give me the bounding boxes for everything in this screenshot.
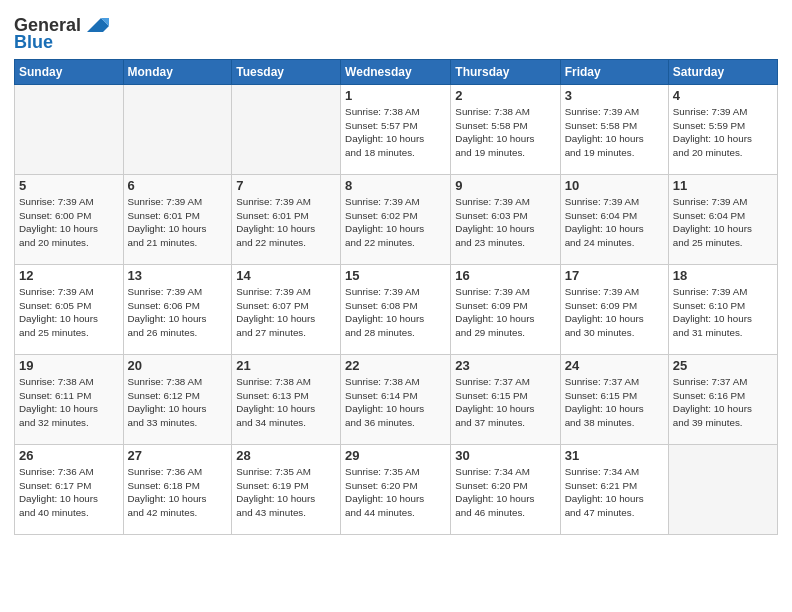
day-cell-9: 9Sunrise: 7:39 AM Sunset: 6:03 PM Daylig…: [451, 175, 560, 265]
week-row-3: 12Sunrise: 7:39 AM Sunset: 6:05 PM Dayli…: [15, 265, 778, 355]
day-cell-29: 29Sunrise: 7:35 AM Sunset: 6:20 PM Dayli…: [341, 445, 451, 535]
day-number: 26: [19, 448, 119, 463]
day-number: 17: [565, 268, 664, 283]
day-info: Sunrise: 7:37 AM Sunset: 6:15 PM Dayligh…: [455, 375, 555, 430]
day-number: 16: [455, 268, 555, 283]
day-cell-7: 7Sunrise: 7:39 AM Sunset: 6:01 PM Daylig…: [232, 175, 341, 265]
empty-cell: [15, 85, 124, 175]
day-info: Sunrise: 7:39 AM Sunset: 5:59 PM Dayligh…: [673, 105, 773, 160]
day-info: Sunrise: 7:39 AM Sunset: 6:02 PM Dayligh…: [345, 195, 446, 250]
day-header-wednesday: Wednesday: [341, 60, 451, 85]
day-info: Sunrise: 7:39 AM Sunset: 6:06 PM Dayligh…: [128, 285, 228, 340]
day-cell-13: 13Sunrise: 7:39 AM Sunset: 6:06 PM Dayli…: [123, 265, 232, 355]
day-cell-22: 22Sunrise: 7:38 AM Sunset: 6:14 PM Dayli…: [341, 355, 451, 445]
day-cell-21: 21Sunrise: 7:38 AM Sunset: 6:13 PM Dayli…: [232, 355, 341, 445]
day-cell-8: 8Sunrise: 7:39 AM Sunset: 6:02 PM Daylig…: [341, 175, 451, 265]
day-number: 24: [565, 358, 664, 373]
day-number: 6: [128, 178, 228, 193]
day-header-sunday: Sunday: [15, 60, 124, 85]
page-container: General Blue SundayMondayTuesdayWednesda…: [0, 0, 792, 545]
day-info: Sunrise: 7:39 AM Sunset: 6:03 PM Dayligh…: [455, 195, 555, 250]
day-cell-12: 12Sunrise: 7:39 AM Sunset: 6:05 PM Dayli…: [15, 265, 124, 355]
day-cell-31: 31Sunrise: 7:34 AM Sunset: 6:21 PM Dayli…: [560, 445, 668, 535]
day-cell-18: 18Sunrise: 7:39 AM Sunset: 6:10 PM Dayli…: [668, 265, 777, 355]
day-info: Sunrise: 7:39 AM Sunset: 6:10 PM Dayligh…: [673, 285, 773, 340]
empty-cell: [123, 85, 232, 175]
logo-icon: [81, 14, 111, 36]
day-cell-2: 2Sunrise: 7:38 AM Sunset: 5:58 PM Daylig…: [451, 85, 560, 175]
day-number: 18: [673, 268, 773, 283]
day-info: Sunrise: 7:36 AM Sunset: 6:17 PM Dayligh…: [19, 465, 119, 520]
day-info: Sunrise: 7:37 AM Sunset: 6:15 PM Dayligh…: [565, 375, 664, 430]
day-cell-23: 23Sunrise: 7:37 AM Sunset: 6:15 PM Dayli…: [451, 355, 560, 445]
day-number: 7: [236, 178, 336, 193]
day-number: 15: [345, 268, 446, 283]
day-info: Sunrise: 7:39 AM Sunset: 6:01 PM Dayligh…: [236, 195, 336, 250]
day-number: 19: [19, 358, 119, 373]
day-info: Sunrise: 7:38 AM Sunset: 6:14 PM Dayligh…: [345, 375, 446, 430]
day-header-saturday: Saturday: [668, 60, 777, 85]
day-cell-3: 3Sunrise: 7:39 AM Sunset: 5:58 PM Daylig…: [560, 85, 668, 175]
header: General Blue: [14, 10, 778, 53]
day-number: 29: [345, 448, 446, 463]
week-row-2: 5Sunrise: 7:39 AM Sunset: 6:00 PM Daylig…: [15, 175, 778, 265]
day-info: Sunrise: 7:36 AM Sunset: 6:18 PM Dayligh…: [128, 465, 228, 520]
day-cell-10: 10Sunrise: 7:39 AM Sunset: 6:04 PM Dayli…: [560, 175, 668, 265]
day-info: Sunrise: 7:38 AM Sunset: 5:58 PM Dayligh…: [455, 105, 555, 160]
day-info: Sunrise: 7:39 AM Sunset: 6:09 PM Dayligh…: [565, 285, 664, 340]
day-info: Sunrise: 7:39 AM Sunset: 6:01 PM Dayligh…: [128, 195, 228, 250]
day-info: Sunrise: 7:39 AM Sunset: 6:08 PM Dayligh…: [345, 285, 446, 340]
day-info: Sunrise: 7:39 AM Sunset: 6:05 PM Dayligh…: [19, 285, 119, 340]
day-info: Sunrise: 7:37 AM Sunset: 6:16 PM Dayligh…: [673, 375, 773, 430]
day-cell-20: 20Sunrise: 7:38 AM Sunset: 6:12 PM Dayli…: [123, 355, 232, 445]
day-info: Sunrise: 7:35 AM Sunset: 6:19 PM Dayligh…: [236, 465, 336, 520]
week-row-5: 26Sunrise: 7:36 AM Sunset: 6:17 PM Dayli…: [15, 445, 778, 535]
day-number: 11: [673, 178, 773, 193]
day-cell-6: 6Sunrise: 7:39 AM Sunset: 6:01 PM Daylig…: [123, 175, 232, 265]
day-cell-25: 25Sunrise: 7:37 AM Sunset: 6:16 PM Dayli…: [668, 355, 777, 445]
day-number: 9: [455, 178, 555, 193]
day-number: 8: [345, 178, 446, 193]
day-cell-27: 27Sunrise: 7:36 AM Sunset: 6:18 PM Dayli…: [123, 445, 232, 535]
day-number: 2: [455, 88, 555, 103]
day-number: 5: [19, 178, 119, 193]
day-info: Sunrise: 7:39 AM Sunset: 6:09 PM Dayligh…: [455, 285, 555, 340]
day-info: Sunrise: 7:39 AM Sunset: 6:04 PM Dayligh…: [673, 195, 773, 250]
day-number: 20: [128, 358, 228, 373]
day-cell-5: 5Sunrise: 7:39 AM Sunset: 6:00 PM Daylig…: [15, 175, 124, 265]
day-number: 3: [565, 88, 664, 103]
day-cell-28: 28Sunrise: 7:35 AM Sunset: 6:19 PM Dayli…: [232, 445, 341, 535]
week-row-4: 19Sunrise: 7:38 AM Sunset: 6:11 PM Dayli…: [15, 355, 778, 445]
day-cell-30: 30Sunrise: 7:34 AM Sunset: 6:20 PM Dayli…: [451, 445, 560, 535]
day-cell-16: 16Sunrise: 7:39 AM Sunset: 6:09 PM Dayli…: [451, 265, 560, 355]
day-header-tuesday: Tuesday: [232, 60, 341, 85]
day-info: Sunrise: 7:39 AM Sunset: 5:58 PM Dayligh…: [565, 105, 664, 160]
day-cell-17: 17Sunrise: 7:39 AM Sunset: 6:09 PM Dayli…: [560, 265, 668, 355]
day-cell-19: 19Sunrise: 7:38 AM Sunset: 6:11 PM Dayli…: [15, 355, 124, 445]
day-number: 23: [455, 358, 555, 373]
day-info: Sunrise: 7:34 AM Sunset: 6:20 PM Dayligh…: [455, 465, 555, 520]
day-info: Sunrise: 7:39 AM Sunset: 6:04 PM Dayligh…: [565, 195, 664, 250]
day-number: 28: [236, 448, 336, 463]
day-info: Sunrise: 7:35 AM Sunset: 6:20 PM Dayligh…: [345, 465, 446, 520]
day-header-friday: Friday: [560, 60, 668, 85]
day-cell-26: 26Sunrise: 7:36 AM Sunset: 6:17 PM Dayli…: [15, 445, 124, 535]
day-cell-4: 4Sunrise: 7:39 AM Sunset: 5:59 PM Daylig…: [668, 85, 777, 175]
day-cell-24: 24Sunrise: 7:37 AM Sunset: 6:15 PM Dayli…: [560, 355, 668, 445]
calendar-table: SundayMondayTuesdayWednesdayThursdayFrid…: [14, 59, 778, 535]
day-number: 10: [565, 178, 664, 193]
empty-cell: [232, 85, 341, 175]
day-number: 30: [455, 448, 555, 463]
day-number: 14: [236, 268, 336, 283]
day-header-thursday: Thursday: [451, 60, 560, 85]
day-number: 31: [565, 448, 664, 463]
day-cell-11: 11Sunrise: 7:39 AM Sunset: 6:04 PM Dayli…: [668, 175, 777, 265]
day-info: Sunrise: 7:34 AM Sunset: 6:21 PM Dayligh…: [565, 465, 664, 520]
day-number: 22: [345, 358, 446, 373]
day-info: Sunrise: 7:38 AM Sunset: 6:11 PM Dayligh…: [19, 375, 119, 430]
day-header-monday: Monday: [123, 60, 232, 85]
day-number: 4: [673, 88, 773, 103]
day-cell-1: 1Sunrise: 7:38 AM Sunset: 5:57 PM Daylig…: [341, 85, 451, 175]
logo: General Blue: [14, 14, 111, 53]
day-info: Sunrise: 7:38 AM Sunset: 6:13 PM Dayligh…: [236, 375, 336, 430]
